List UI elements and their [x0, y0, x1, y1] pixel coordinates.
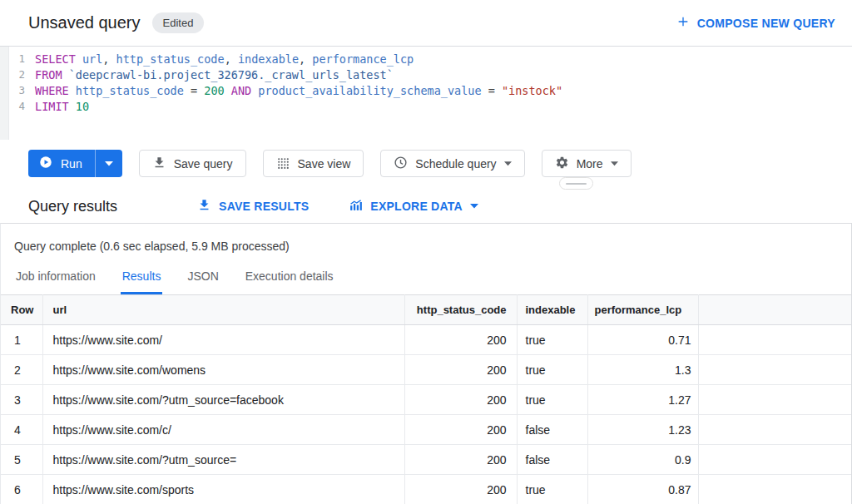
cell-performance_lcp: 1.23: [587, 415, 698, 445]
table-row[interactable]: 2https://www.site.com/womens200true1.3: [1, 355, 851, 385]
code-text: WHERE http_status_code = 200 AND product…: [35, 84, 562, 97]
cell-http_status_code: 200: [404, 355, 517, 385]
cell-filler: [698, 475, 851, 504]
cell-performance_lcp: 0.71: [587, 325, 698, 355]
code-text: LIMIT 10: [35, 100, 89, 113]
results-table: Rowurlhttp_status_codeindexableperforman…: [1, 294, 851, 504]
code-text: SELECT url, http_status_code, indexable,…: [35, 52, 414, 66]
tab-json[interactable]: JSON: [186, 265, 220, 294]
compose-new-query-button[interactable]: COMPOSE NEW QUERY: [676, 15, 835, 31]
download-icon: [152, 156, 166, 172]
run-options-caret[interactable]: [95, 150, 122, 177]
table-row[interactable]: 6https://www.site.com/sports200true0.87: [1, 475, 851, 504]
results-tabs: Job informationResultsJSONExecution deta…: [1, 265, 851, 294]
page-title: Unsaved query: [28, 13, 141, 32]
panel-resize-handle[interactable]: [559, 177, 593, 190]
save-view-label: Save view: [298, 157, 351, 170]
code-line[interactable]: 1SELECT url, http_status_code, indexable…: [0, 51, 852, 67]
cell-row: 5: [1, 445, 42, 475]
schedule-query-button[interactable]: Schedule query: [380, 150, 524, 177]
cell-url: https://www.site.com/?utm_source=faceboo…: [42, 385, 404, 415]
table-header-row: Rowurlhttp_status_codeindexableperforman…: [1, 295, 851, 325]
cell-indexable: true: [517, 385, 587, 415]
column-header-http_status_code: http_status_code: [404, 295, 517, 325]
cell-http_status_code: 200: [404, 325, 517, 355]
cell-row: 6: [1, 475, 42, 504]
cell-url: https://www.site.com/c/: [42, 415, 404, 445]
edited-badge: Edited: [152, 12, 205, 33]
cell-filler: [698, 445, 851, 475]
cell-indexable: true: [517, 475, 587, 504]
cell-url: https://www.site.com/?utm_source=: [42, 445, 404, 475]
editor-gutter: [0, 47, 9, 140]
caret-down-icon: [504, 161, 512, 166]
play-circle-icon: [38, 155, 53, 172]
table-row[interactable]: 3https://www.site.com/?utm_source=facebo…: [1, 385, 851, 415]
code-line[interactable]: 2FROM `deepcrawl-bi.project_326796._craw…: [0, 67, 852, 82]
bigquery-page: Unsaved query Edited COMPOSE NEW QUERY 1…: [0, 0, 852, 504]
plus-icon: [676, 15, 690, 31]
cell-performance_lcp: 0.87: [587, 475, 698, 504]
save-results-button[interactable]: SAVE RESULTS: [197, 198, 309, 215]
cell-performance_lcp: 0.9: [587, 445, 698, 475]
cell-http_status_code: 200: [404, 445, 517, 475]
cell-url: https://www.site.com/womens: [42, 355, 404, 385]
schedule-query-label: Schedule query: [415, 157, 496, 170]
cell-http_status_code: 200: [404, 415, 517, 445]
cell-filler: [698, 385, 851, 415]
cell-row: 1: [1, 325, 42, 355]
download-icon: [197, 198, 211, 215]
cell-row: 2: [1, 355, 42, 385]
cell-row: 3: [1, 385, 42, 415]
table-row[interactable]: 4https://www.site.com/c/200false1.23: [1, 415, 851, 445]
save-query-label: Save query: [174, 157, 233, 170]
clock-icon: [394, 156, 408, 172]
results-panel: Query complete (0.6 sec elapsed, 5.9 MB …: [0, 223, 852, 504]
cell-http_status_code: 200: [404, 385, 517, 415]
tab-job-information[interactable]: Job information: [14, 265, 97, 294]
query-header-bar: Unsaved query Edited COMPOSE NEW QUERY: [0, 0, 852, 47]
more-button[interactable]: More: [542, 150, 632, 177]
cell-url: https://www.site.com/: [42, 325, 404, 355]
cell-indexable: false: [517, 445, 587, 475]
code-line[interactable]: 4LIMIT 10: [0, 98, 852, 114]
table-row[interactable]: 1https://www.site.com/200true0.71: [1, 325, 851, 355]
run-button[interactable]: Run: [28, 150, 122, 177]
explore-data-button[interactable]: EXPLORE DATA: [349, 198, 478, 215]
bar-chart-icon: [349, 198, 363, 215]
tab-execution-details[interactable]: Execution details: [244, 265, 335, 294]
cell-http_status_code: 200: [404, 475, 517, 504]
cell-performance_lcp: 1.3: [587, 355, 698, 385]
query-toolbar: Run Save query Save view: [0, 140, 852, 186]
cell-filler: [698, 325, 851, 355]
column-header-performance_lcp: performance_lcp: [587, 295, 698, 325]
compose-new-query-label: COMPOSE NEW QUERY: [697, 17, 835, 30]
explore-data-label: EXPLORE DATA: [370, 200, 463, 213]
column-header-row: Row: [1, 295, 42, 325]
table-row[interactable]: 5https://www.site.com/?utm_source=200fal…: [1, 445, 851, 475]
caret-down-icon: [611, 161, 618, 166]
run-label: Run: [61, 157, 82, 170]
grid-dots-icon: [276, 156, 290, 172]
cell-row: 4: [1, 415, 42, 445]
save-query-button[interactable]: Save query: [139, 150, 246, 177]
save-view-button[interactable]: Save view: [263, 150, 364, 177]
more-label: More: [577, 157, 603, 170]
tab-results[interactable]: Results: [121, 265, 163, 294]
gear-icon: [555, 156, 569, 172]
code-line[interactable]: 3WHERE http_status_code = 200 AND produc…: [0, 82, 852, 98]
cell-indexable: false: [517, 415, 587, 445]
save-results-label: SAVE RESULTS: [219, 200, 309, 213]
cell-indexable: true: [517, 325, 587, 355]
code-text: FROM `deepcrawl-bi.project_326796._crawl…: [35, 68, 394, 82]
sql-editor[interactable]: 1SELECT url, http_status_code, indexable…: [0, 47, 852, 140]
cell-performance_lcp: 1.27: [587, 385, 698, 415]
cell-filler: [698, 355, 851, 385]
query-results-title: Query results: [28, 198, 117, 215]
cell-filler: [698, 415, 851, 445]
cell-url: https://www.site.com/sports: [42, 475, 404, 504]
caret-down-icon: [470, 204, 478, 209]
query-status-text: Query complete (0.6 sec elapsed, 5.9 MB …: [1, 224, 851, 265]
sql-code-lines: 1SELECT url, http_status_code, indexable…: [0, 51, 852, 114]
run-button-main[interactable]: Run: [28, 150, 95, 177]
